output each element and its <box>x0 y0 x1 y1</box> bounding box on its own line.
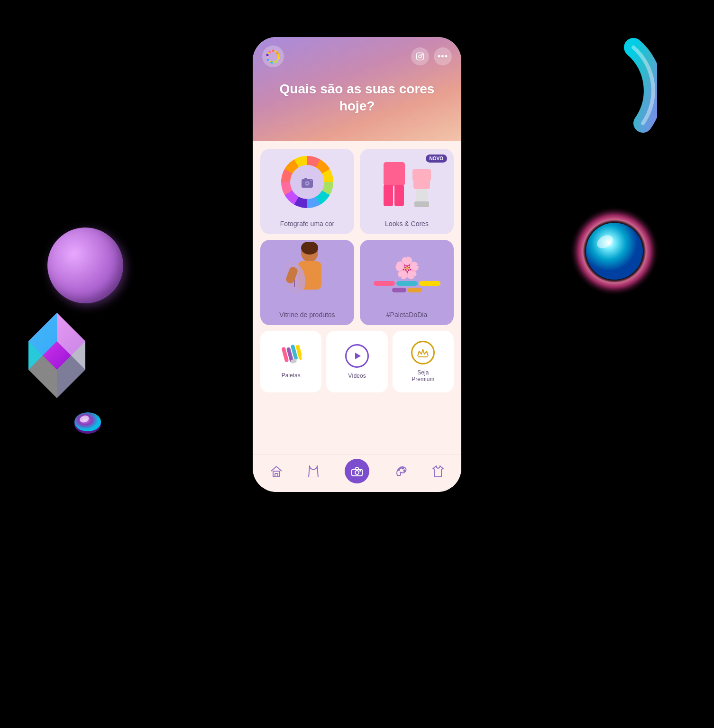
header-top-bar: ••• <box>253 37 461 76</box>
svg-point-59 <box>403 470 405 471</box>
phone-content: Fotografe uma cor NOVO <box>253 141 461 406</box>
svg-rect-28 <box>304 178 307 180</box>
svg-point-55 <box>360 470 361 471</box>
card-paleta-label: #PaletaDoDia <box>386 311 427 318</box>
bottom-cards-row: Paletas Vídeos <box>260 331 454 392</box>
premium-label: SejaPremium <box>412 369 434 383</box>
bottom-card-paletas[interactable]: Paletas <box>260 331 321 392</box>
tab-bar <box>253 454 461 492</box>
decorative-small-gem <box>66 398 109 441</box>
svg-point-54 <box>355 471 359 474</box>
page-title: Quais são as suas cores hoje? <box>253 76 461 120</box>
card-vitrine-image <box>260 240 354 306</box>
svg-point-13 <box>272 50 275 52</box>
card-fotografe[interactable]: Fotografe uma cor <box>260 149 354 234</box>
tab-wardrobe[interactable] <box>432 465 444 477</box>
camera-icon <box>290 165 324 199</box>
svg-point-7 <box>74 412 101 431</box>
svg-point-29 <box>311 180 311 181</box>
svg-point-56 <box>398 469 399 470</box>
tab-looks[interactable] <box>308 465 319 477</box>
paletas-label: Paletas <box>282 372 301 379</box>
instagram-button[interactable] <box>411 47 429 65</box>
svg-rect-37 <box>414 201 429 207</box>
svg-point-16 <box>275 61 278 63</box>
phone-screen: ••• Quais são as suas cores hoje? <box>253 37 461 492</box>
card-paleta-image: 🌸 <box>360 240 454 306</box>
decorative-cyan-arc <box>548 38 657 173</box>
novo-badge: NOVO <box>426 155 447 163</box>
svg-rect-30 <box>384 162 405 186</box>
phone-header: ••• Quais são as suas cores hoje? <box>253 37 461 141</box>
svg-rect-32 <box>394 185 404 206</box>
svg-rect-52 <box>275 473 278 477</box>
svg-point-10 <box>586 223 643 280</box>
decorative-diamond <box>9 308 104 403</box>
svg-rect-34 <box>412 169 418 181</box>
bottom-card-videos[interactable]: Vídeos <box>326 331 387 392</box>
card-vitrine[interactable]: Vitrine de produtos <box>260 240 354 325</box>
svg-point-22 <box>419 55 421 58</box>
app-logo[interactable] <box>262 46 284 67</box>
card-vitrine-label: Vitrine de produtos <box>279 311 335 318</box>
paletas-icon <box>281 345 302 367</box>
card-paleta[interactable]: 🌸 #Pa <box>360 240 454 325</box>
svg-rect-31 <box>384 185 393 206</box>
svg-point-19 <box>266 54 269 56</box>
crown-icon <box>411 341 435 364</box>
tab-paletas[interactable] <box>395 465 407 477</box>
svg-point-27 <box>306 182 308 184</box>
card-fotografe-label: Fotografe uma cor <box>280 220 334 228</box>
card-looks[interactable]: NOVO <box>360 149 454 234</box>
svg-point-57 <box>400 467 401 468</box>
svg-point-14 <box>276 52 279 55</box>
videos-label: Vídeos <box>348 373 366 379</box>
svg-point-15 <box>278 57 280 59</box>
decorative-cyan-orb <box>567 204 662 300</box>
header-actions: ••• <box>411 47 452 65</box>
bottom-card-premium[interactable]: SejaPremium <box>393 331 454 392</box>
tab-home[interactable] <box>270 465 283 477</box>
decorative-purple-sphere <box>47 228 123 303</box>
svg-rect-35 <box>425 169 431 181</box>
svg-point-23 <box>421 54 422 55</box>
svg-marker-49 <box>355 353 361 359</box>
color-wheel-icon <box>281 156 333 208</box>
svg-point-18 <box>267 59 269 61</box>
svg-point-20 <box>269 51 271 53</box>
play-icon <box>345 344 369 368</box>
more-options-button[interactable]: ••• <box>434 47 452 65</box>
card-fotografe-image <box>260 149 354 215</box>
svg-point-58 <box>402 467 403 469</box>
card-looks-label: Looks & Cores <box>385 220 429 228</box>
phone-mockup: ••• Quais são as suas cores hoje? <box>248 37 466 691</box>
main-cards-grid: Fotografe uma cor NOVO <box>260 149 454 325</box>
tab-camera[interactable] <box>345 459 369 483</box>
